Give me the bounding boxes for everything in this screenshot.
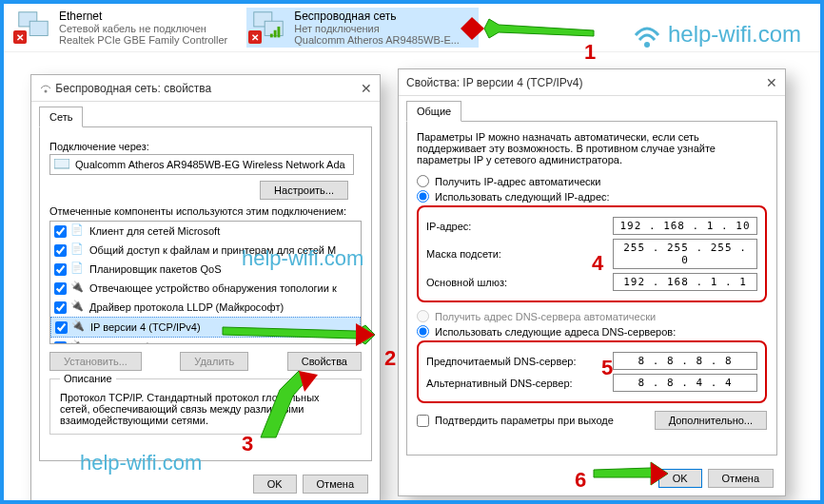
properties-button[interactable]: Свойства xyxy=(287,352,362,371)
checkbox[interactable] xyxy=(54,341,67,345)
adapter-sub2: Qualcomm Atheros AR9485WB-E... xyxy=(294,34,460,46)
confirm-checkbox[interactable] xyxy=(417,415,429,427)
adapter-wireless[interactable]: ✕ Беспроводная сеть Нет подключения Qual… xyxy=(246,8,479,48)
svg-point-8 xyxy=(45,89,48,92)
components-list[interactable]: 📄Клиент для сетей Microsoft 📄Общий досту… xyxy=(49,221,362,344)
ip-input[interactable]: 192 . 168 . 1 . 10 xyxy=(613,217,757,235)
component-item[interactable]: 🔌Отвечающее устройство обнаружения топол… xyxy=(50,279,361,298)
title-bar: Беспроводная сеть: свойства ✕ xyxy=(31,75,380,102)
adapter-sub1: Сетевой кабель не подключен xyxy=(59,23,227,34)
disabled-x-icon: ✕ xyxy=(13,30,27,44)
dns1-input[interactable]: 8 . 8 . 8 . 8 xyxy=(613,352,757,370)
gateway-input[interactable]: 192 . 168 . 1 . 1 xyxy=(613,273,757,291)
annotation-3: 3 xyxy=(242,432,253,456)
component-item[interactable]: 📄Планировщик пакетов QoS xyxy=(50,260,361,279)
svg-point-7 xyxy=(644,42,650,48)
checkbox[interactable] xyxy=(54,282,67,295)
svg-rect-9 xyxy=(54,159,69,168)
adapter-title: Беспроводная сеть xyxy=(294,10,460,23)
wifi-small-icon xyxy=(39,82,52,95)
radio-auto-ip[interactable]: Получить IP-адрес автоматически xyxy=(417,175,767,187)
confirm-label: Подтвердить параметры при выходе xyxy=(435,415,614,426)
wireless-icon: ✕ xyxy=(250,10,286,42)
ethernet-icon: ✕ xyxy=(15,10,51,42)
ok-button[interactable]: OK xyxy=(253,475,297,494)
checkbox[interactable] xyxy=(54,301,67,314)
component-item-ipv4[interactable]: 🔌IP версии 4 (TCP/IPv4) xyxy=(50,317,361,338)
adapter-properties-dialog: Беспроводная сеть: свойства ✕ Сеть Подкл… xyxy=(30,74,381,502)
adapter-ethernet[interactable]: ✕ Ethernet Сетевой кабель не подключен R… xyxy=(11,8,246,48)
cancel-button[interactable]: Отмена xyxy=(303,475,368,494)
dns2-input[interactable]: 8 . 8 . 4 . 4 xyxy=(613,374,757,392)
annotation-1: 1 xyxy=(584,40,596,65)
tab-general[interactable]: Общие xyxy=(406,101,461,122)
dialog-title: Свойства: IP версии 4 (TCP/IPv4) xyxy=(406,76,583,89)
svg-rect-5 xyxy=(274,30,277,38)
adapter-sub2: Realtek PCIe GBE Family Controller xyxy=(59,34,227,46)
adapter-title: Ethernet xyxy=(59,10,227,23)
svg-rect-4 xyxy=(270,34,273,38)
install-button[interactable]: Установить... xyxy=(49,352,142,371)
radio-auto-dns[interactable]: Получить адрес DNS-сервера автоматически xyxy=(417,310,767,322)
title-bar: Свойства: IP версии 4 (TCP/IPv4) ✕ xyxy=(399,69,785,96)
dns-settings-group: Предпочитаемый DNS-сервер:8 . 8 . 8 . 8 … xyxy=(417,340,767,403)
mask-label: Маска подсети: xyxy=(426,248,613,260)
description-box: Описание Протокол TCP/IP. Стандартный пр… xyxy=(49,373,362,435)
component-item[interactable]: 🔌Драйвер протокола LLDP (Майкрософт) xyxy=(50,298,361,317)
mask-input[interactable]: 255 . 255 . 255 . 0 xyxy=(613,239,757,269)
advanced-button[interactable]: Дополнительно... xyxy=(655,411,767,430)
checkbox[interactable] xyxy=(55,321,68,334)
tab-network[interactable]: Сеть xyxy=(39,107,83,127)
close-icon[interactable]: ✕ xyxy=(766,75,777,90)
component-item[interactable]: 📄Общий доступ к файлам и принтерам для с… xyxy=(50,241,361,260)
cancel-button[interactable]: Отмена xyxy=(708,469,774,488)
svg-rect-6 xyxy=(278,27,281,37)
gateway-label: Основной шлюз: xyxy=(426,277,613,288)
disabled-x-icon: ✕ xyxy=(248,30,262,44)
dns1-label: Предпочитаемый DNS-сервер: xyxy=(426,356,613,367)
ip-label: IP-адрес: xyxy=(426,221,613,232)
checkbox[interactable] xyxy=(54,244,67,257)
annotation-6: 6 xyxy=(575,468,586,493)
component-item[interactable]: 📄Клиент для сетей Microsoft xyxy=(50,222,361,241)
close-icon[interactable]: ✕ xyxy=(361,81,372,96)
uninstall-button[interactable]: Удалить xyxy=(180,352,248,371)
configure-button[interactable]: Настроить... xyxy=(260,181,348,200)
intro-text: Параметры IP можно назначать автоматичес… xyxy=(417,131,767,165)
components-label: Отмеченные компоненты используются этим … xyxy=(49,205,362,217)
annotation-2: 2 xyxy=(384,346,396,371)
annotation-5: 5 xyxy=(601,356,613,380)
adapter-name-field: Qualcomm Atheros AR9485WB-EG Wireless Ne… xyxy=(49,154,354,175)
ok-button[interactable]: OK xyxy=(658,469,702,488)
dns2-label: Альтернативный DNS-сервер: xyxy=(426,378,613,389)
dialog-title: Беспроводная сеть: свойства xyxy=(55,82,211,95)
component-item[interactable]: 🔌Ответчик обнаружения топологии канально… xyxy=(50,338,361,344)
svg-rect-1 xyxy=(29,21,48,35)
checkbox[interactable] xyxy=(54,263,67,276)
checkbox[interactable] xyxy=(54,225,67,238)
radio-manual-ip[interactable]: Использовать следующий IP-адрес: xyxy=(417,190,767,203)
adapter-sub1: Нет подключения xyxy=(294,23,460,34)
watermark: help-wifi.com xyxy=(633,21,801,48)
ipv4-properties-dialog: Свойства: IP версии 4 (TCP/IPv4) ✕ Общие… xyxy=(398,68,786,496)
annotation-4: 4 xyxy=(592,251,603,276)
radio-manual-dns[interactable]: Использовать следующие адреса DNS-сервер… xyxy=(417,325,767,338)
connection-label: Подключение через: xyxy=(49,141,362,152)
